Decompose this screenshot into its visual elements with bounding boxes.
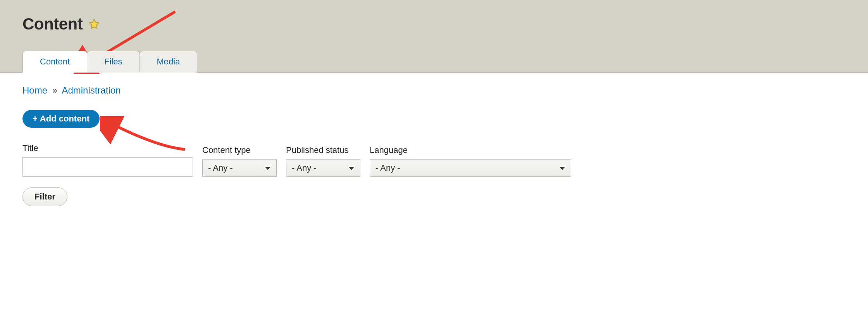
filter-published-status: Published status - Any - <box>286 145 360 177</box>
plus-icon: + <box>33 114 38 123</box>
title-input[interactable] <box>22 157 193 177</box>
breadcrumb-home[interactable]: Home <box>22 85 47 95</box>
breadcrumb-admin[interactable]: Administration <box>62 85 121 95</box>
published-status-value: - Any - <box>292 163 317 173</box>
language-value: - Any - <box>375 163 400 173</box>
star-icon[interactable] <box>88 18 100 30</box>
tab-files[interactable]: Files <box>87 51 140 73</box>
language-select[interactable]: - Any - <box>370 159 571 177</box>
content-type-value: - Any - <box>208 163 233 173</box>
filter-row: Title Content type - Any - Published sta… <box>22 143 846 177</box>
filter-button[interactable]: Filter <box>22 187 67 206</box>
breadcrumb: Home » Administration <box>22 85 846 96</box>
tab-label: Content <box>40 57 70 66</box>
main-content: Home » Administration + Add content Titl… <box>0 73 868 222</box>
filter-published-status-label: Published status <box>286 145 360 155</box>
tab-content[interactable]: Content <box>22 51 87 73</box>
filter-content-type-label: Content type <box>202 145 277 155</box>
header-region: Content Content Files Media <box>0 0 868 73</box>
chevron-down-icon <box>265 163 271 173</box>
tabs: Content Files Media <box>22 51 846 73</box>
filter-title-label: Title <box>22 143 193 153</box>
tab-label: Files <box>104 57 122 66</box>
chevron-down-icon <box>559 163 565 173</box>
chevron-down-icon <box>348 163 355 173</box>
filter-title: Title <box>22 143 193 177</box>
filter-content-type: Content type - Any - <box>202 145 277 177</box>
content-type-select[interactable]: - Any - <box>202 159 277 177</box>
filter-language-label: Language <box>370 145 571 155</box>
tab-media[interactable]: Media <box>140 51 198 73</box>
page-title: Content <box>22 15 83 33</box>
add-content-button[interactable]: + Add content <box>22 110 100 128</box>
breadcrumb-sep: » <box>52 85 57 95</box>
published-status-select[interactable]: - Any - <box>286 159 360 177</box>
tab-label: Media <box>157 57 180 66</box>
page-title-row: Content <box>22 15 846 33</box>
filter-language: Language - Any - <box>370 145 571 177</box>
add-content-label: Add content <box>40 114 90 124</box>
